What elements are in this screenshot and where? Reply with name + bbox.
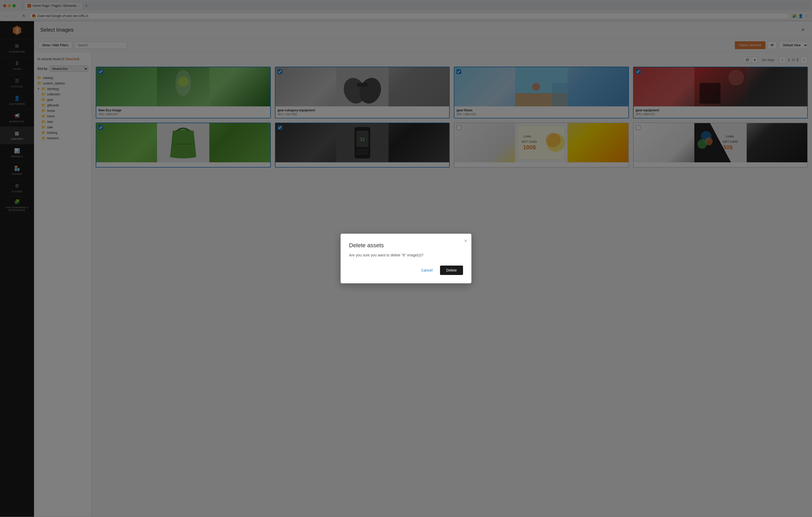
modal-close-button[interactable]: × (464, 238, 467, 244)
modal-title: Delete assets (349, 242, 463, 249)
modal-message: Are you sure you want to delete "6" imag… (349, 253, 463, 257)
delete-confirm-button[interactable]: Delete (440, 266, 463, 275)
modal-actions: Cancel Delete (349, 266, 463, 275)
modal-backdrop: × Delete assets Are you sure you want to… (0, 0, 812, 517)
cancel-button[interactable]: Cancel (417, 266, 437, 275)
delete-assets-modal: × Delete assets Are you sure you want to… (341, 234, 471, 283)
